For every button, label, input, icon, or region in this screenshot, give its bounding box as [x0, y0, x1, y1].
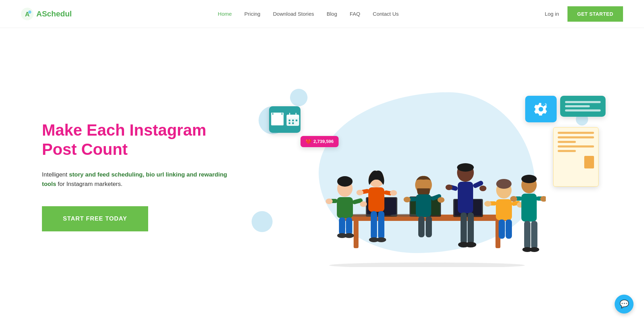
settings-card — [525, 96, 557, 122]
chat-line-2 — [565, 105, 590, 107]
svg-point-84 — [329, 262, 525, 267]
svg-rect-9 — [296, 120, 297, 121]
nav-right: Log in GET STARTED — [545, 6, 623, 22]
heart-icon: ❤️ — [305, 139, 311, 144]
hero-title: Make Each Instagram Post Count — [42, 121, 238, 159]
svg-point-40 — [390, 190, 397, 196]
svg-rect-55 — [458, 182, 473, 213]
doc-line-3 — [558, 141, 576, 143]
people-illustration — [308, 120, 546, 267]
nav-blog[interactable]: Blog — [327, 11, 337, 17]
chat-widget[interactable]: 💬 — [615, 295, 634, 314]
svg-rect-4 — [287, 115, 299, 118]
svg-rect-26 — [337, 197, 353, 218]
svg-point-74 — [521, 175, 537, 183]
get-started-button[interactable]: GET STARTED — [567, 6, 623, 22]
chat-line-1 — [565, 101, 601, 103]
subtitle-plain-end: for Instagram marketers. — [56, 181, 123, 187]
svg-point-2 — [28, 10, 31, 14]
blob-small-2 — [290, 89, 307, 106]
nav-contact[interactable]: Contact Us — [373, 11, 399, 17]
login-link[interactable]: Log in — [545, 11, 559, 17]
hero-subtitle: Intelligent story and feed scheduling, b… — [42, 170, 238, 189]
logo-text: ASchedul — [36, 9, 72, 19]
svg-rect-36 — [368, 187, 384, 212]
document-card — [553, 127, 599, 187]
svg-rect-10 — [289, 122, 290, 124]
nav-home[interactable]: Home — [218, 11, 232, 17]
doc-line-4 — [558, 145, 594, 147]
svg-point-54 — [457, 163, 474, 172]
subtitle-plain-start: Intelligent — [42, 171, 69, 178]
likes-card: ❤️ 2,739,596 — [301, 136, 339, 147]
svg-rect-11 — [292, 122, 294, 124]
svg-point-69 — [484, 201, 491, 207]
svg-point-29 — [326, 199, 333, 204]
svg-rect-31 — [339, 217, 345, 235]
svg-rect-51 — [418, 216, 425, 237]
svg-rect-42 — [378, 211, 384, 239]
nav-faq[interactable]: FAQ — [350, 11, 360, 17]
svg-point-65 — [496, 179, 512, 189]
chat-bubble-card — [560, 96, 606, 117]
chat-widget-icon: 💬 — [620, 300, 629, 309]
navbar: A ASchedul Home Pricing Download Stories… — [0, 0, 644, 28]
hero-section: Make Each Instagram Post Count Intellige… — [0, 28, 644, 324]
start-free-button[interactable]: START FREE TODAY — [42, 206, 148, 231]
svg-rect-72 — [506, 219, 512, 239]
nav-links: Home Pricing Download Stories Blog FAQ C… — [218, 11, 399, 17]
logo-icon: A — [21, 8, 34, 20]
likes-count: 2,739,596 — [313, 139, 334, 144]
svg-rect-60 — [461, 213, 467, 244]
svg-point-78 — [510, 196, 517, 202]
svg-point-49 — [404, 197, 411, 202]
svg-rect-66 — [496, 199, 512, 220]
svg-point-63 — [465, 242, 476, 247]
calendar-card — [269, 106, 301, 133]
svg-rect-46 — [416, 194, 431, 217]
svg-point-30 — [360, 201, 367, 207]
blob-small-5 — [252, 211, 273, 232]
svg-rect-32 — [346, 217, 352, 235]
nav-pricing[interactable]: Pricing — [244, 11, 260, 17]
svg-point-59 — [479, 186, 486, 191]
hero-left: Make Each Instagram Post Count Intellige… — [42, 121, 238, 231]
doc-line-5 — [558, 150, 576, 152]
doc-rect — [584, 156, 594, 168]
svg-rect-61 — [468, 213, 474, 244]
chat-line-3 — [565, 109, 601, 111]
svg-rect-80 — [524, 221, 530, 249]
svg-point-39 — [356, 190, 363, 195]
svg-point-58 — [446, 185, 453, 190]
svg-point-34 — [344, 233, 354, 238]
svg-rect-14 — [354, 220, 359, 248]
svg-rect-52 — [426, 216, 432, 237]
svg-rect-75 — [521, 194, 537, 222]
svg-point-44 — [376, 237, 386, 242]
doc-line-2 — [558, 136, 594, 138]
svg-point-50 — [437, 197, 444, 203]
svg-point-25 — [337, 176, 353, 187]
hero-illustration: ❤️ 2,739,596 — [238, 85, 616, 267]
doc-line-1 — [558, 132, 594, 134]
svg-rect-81 — [531, 221, 537, 249]
svg-rect-7 — [289, 120, 290, 121]
svg-rect-41 — [371, 211, 377, 239]
svg-rect-8 — [292, 120, 294, 121]
logo[interactable]: A ASchedul — [21, 8, 72, 20]
nav-download-stories[interactable]: Download Stories — [273, 11, 314, 17]
svg-rect-71 — [499, 219, 505, 239]
svg-point-83 — [529, 247, 539, 252]
